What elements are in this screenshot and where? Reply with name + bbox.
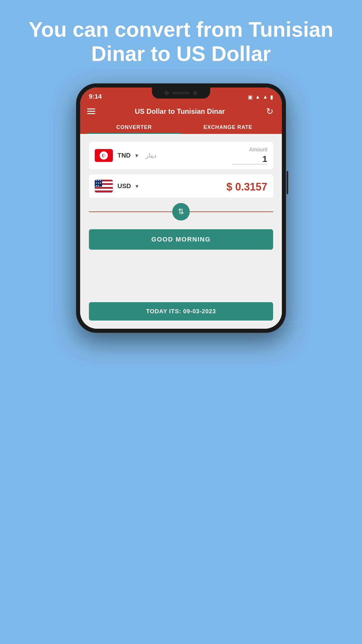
usd-star-icon: ★★★★★★★★ (95, 180, 101, 187)
from-currency-right: Amount (232, 147, 267, 164)
menu-button[interactable] (87, 108, 95, 114)
converted-amount: $ 0.3157 (226, 181, 267, 193)
hamburger-line-3 (87, 113, 95, 114)
phone-device: 9:14 ▣ ▲ ▲ ▮ US Dollar to Tunisian Dinar (76, 83, 286, 333)
header-title: US Dollar to Tunisian Dinar (100, 107, 260, 116)
app-content: ☪ TND ▾ دينار Amount (80, 134, 282, 329)
refresh-button[interactable]: ↻ (264, 106, 275, 117)
phone-notch (152, 88, 210, 99)
from-currency-name-arabic: دينار (146, 152, 157, 159)
tnd-flag-circle: ☪ (100, 151, 108, 160)
wifi-icon: ▲ (255, 94, 260, 100)
app-header: US Dollar to Tunisian Dinar ↻ CONVERTER … (80, 103, 282, 134)
from-currency-dropdown[interactable]: ▾ (135, 152, 138, 159)
from-currency-left: ☪ TND ▾ دينار (95, 149, 157, 162)
usd-canton: ★★★★★★★★ (95, 180, 102, 187)
tab-converter[interactable]: CONVERTER (87, 121, 181, 134)
tnd-crescent-icon: ☪ (102, 153, 106, 158)
from-currency-row: ☪ TND ▾ دينار Amount (89, 142, 273, 169)
swap-divider: ⇅ (89, 203, 273, 220)
tab-exchange-rate[interactable]: EXCHANGE RATE (181, 121, 275, 134)
swap-icon: ⇅ (178, 207, 184, 216)
phone-side-button (287, 171, 288, 194)
hero-text: You can convert from Tunisian Dinar to U… (0, 0, 362, 78)
to-currency-dropdown[interactable]: ▾ (136, 183, 138, 190)
status-icons: ▣ ▲ ▲ ▮ (248, 94, 273, 100)
header-row: US Dollar to Tunisian Dinar ↻ (87, 106, 275, 121)
to-currency-code: USD (117, 182, 131, 190)
stripe-7 (95, 190, 113, 192)
to-currency-row: ★★★★★★★★ USD ▾ $ 0.3157 (89, 174, 273, 198)
notch-camera-left (165, 91, 169, 95)
swap-button[interactable]: ⇅ (172, 203, 190, 220)
status-time: 9:14 (89, 93, 102, 100)
date-button[interactable]: TODAY ITS: 09-03-2023 (89, 302, 273, 321)
battery-icon: ▮ (270, 94, 273, 100)
hamburger-line-2 (87, 111, 95, 112)
to-currency-right: $ 0.3157 (226, 179, 267, 193)
notch-speaker (172, 92, 190, 94)
amount-input[interactable] (232, 154, 267, 164)
notch-camera-right (193, 91, 197, 95)
amount-label: Amount (232, 147, 267, 153)
sim-icon: ▣ (248, 94, 253, 100)
tab-bar: CONVERTER EXCHANGE RATE (87, 121, 275, 134)
refresh-icon: ↻ (266, 106, 273, 116)
to-currency-left: ★★★★★★★★ USD ▾ (95, 180, 138, 192)
from-currency-code: TND (117, 152, 131, 159)
greeting-button[interactable]: GOOD MORNING (89, 229, 273, 250)
hamburger-line-1 (87, 108, 95, 109)
tnd-flag: ☪ (95, 149, 113, 162)
usd-flag: ★★★★★★★★ (95, 180, 113, 192)
signal-icon: ▲ (263, 94, 268, 100)
